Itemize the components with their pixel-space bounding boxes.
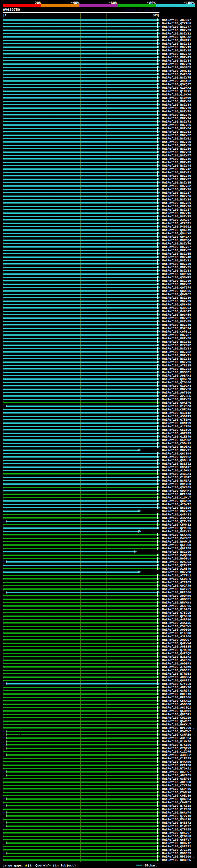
svg-text:UniRef100_Q4XWY4: UniRef100_Q4XWY4 [162,642,191,645]
svg-text:UniRef100_Q2S008: UniRef100_Q2S008 [162,615,191,618]
svg-text:UniRef100_C5DSF5: UniRef100_C5DSF5 [162,577,191,581]
svg-text:UniRef100_Q0UPM4: UniRef100_Q0UPM4 [162,489,191,493]
svg-text:UniRef100_D0BR25: UniRef100_D0BR25 [162,859,191,862]
svg-text:UniRef100_B9SSD1: UniRef100_B9SSD1 [162,371,191,374]
svg-text:UniRef100_B8ZV72: UniRef100_B8ZV72 [162,52,191,56]
svg-text:UniRef100_C0ZL09: UniRef100_C0ZL09 [162,716,191,720]
svg-text:UniRef100_C8NAB9: UniRef100_C8NAB9 [162,733,191,737]
svg-text:UniRef100_A4CGA4: UniRef100_A4CGA4 [162,472,191,476]
svg-text:UniRef100_C1UXL7: UniRef100_C1UXL7 [162,496,191,499]
svg-text:UniRef100_B8ZV69: UniRef100_B8ZV69 [162,279,191,283]
svg-text:UniRef100_B8ZV18: UniRef100_B8ZV18 [162,269,191,273]
svg-text:UniRef100_B7K8I8: UniRef100_B7K8I8 [162,804,191,808]
svg-text:UniRef100_C0WAD3: UniRef100_C0WAD3 [162,801,191,804]
svg-text:UniRef100_B9GN56: UniRef100_B9GN56 [162,313,191,316]
svg-text:UniRef100_Q9K7Q7: UniRef100_Q9K7Q7 [162,831,191,835]
svg-text:UniRef100_B8ZV33: UniRef100_B8ZV33 [162,42,191,45]
svg-text:UniRef100_B7R9B8: UniRef100_B7R9B8 [162,672,191,676]
svg-text:UniRef100_B8ZV76: UniRef100_B8ZV76 [162,113,191,117]
svg-text:UniRef100_B0Y7G0: UniRef100_B0Y7G0 [162,483,191,486]
svg-text:UniRef100_Q2RH96: UniRef100_Q2RH96 [162,527,191,530]
svg-text:UniRef100_Q39294: UniRef100_Q39294 [162,306,191,310]
svg-text:UniRef100_A8YF65: UniRef100_A8YF65 [162,774,191,777]
svg-text:UniRef100_B1WP77: UniRef100_B1WP77 [162,825,191,828]
svg-text:UniRef100_B8ZV31: UniRef100_B8ZV31 [162,259,191,262]
svg-text:UniRef100_B8ZV27: UniRef100_B8ZV27 [162,191,191,195]
svg-text:UniRef100_A5DRR9: UniRef100_A5DRR9 [162,415,191,418]
svg-text:=50char.: =50char. [143,864,158,868]
svg-text:~100%: ~100% [184,1,195,5]
svg-text:UniRef100_A6R9P3: UniRef100_A6R9P3 [162,432,191,435]
svg-text:UniRef100_B8ZV21: UniRef100_B8ZV21 [162,202,191,205]
svg-text:Large gaps:: Large gaps: [2,864,24,868]
svg-text:UniRef100_B8ZV17: UniRef100_B8ZV17 [162,208,191,212]
svg-text:UniRef100_A0BSS1: UniRef100_A0BSS1 [162,598,191,601]
svg-text:UniRef100_B8ZV29: UniRef100_B8ZV29 [162,63,191,66]
svg-text:UniRef100_B5X574: UniRef100_B5X574 [162,327,191,330]
svg-text:UniRef100_C1HBR2: UniRef100_C1HBR2 [162,476,191,479]
svg-text:UniRef100_Q75JD5: UniRef100_Q75JD5 [162,611,191,615]
svg-text:UniRef100_C3WNX0: UniRef100_C3WNX0 [162,791,191,794]
svg-text:UniRef100_B2VW22: UniRef100_B2VW22 [162,456,191,459]
svg-text:UniRef100_UPI000..: UniRef100_UPI000.. [162,493,195,496]
svg-text:UniRef100_C4Y751: UniRef100_C4Y751 [162,588,191,591]
svg-text:UniRef100_C5M4S2: UniRef100_C5M4S2 [162,523,191,527]
svg-text:UniRef100_B6GZ96: UniRef100_B6GZ96 [162,506,191,509]
svg-text:UniRef100_C1F3S9: UniRef100_C1F3S9 [162,757,191,760]
svg-text:UniRef100_Q753M0: UniRef100_Q753M0 [162,418,191,422]
svg-text:UniRef100_B8ZV87: UniRef100_B8ZV87 [162,334,191,337]
svg-text:UniRef100_Q6CBN4: UniRef100_Q6CBN4 [162,452,191,456]
svg-text:UniRef100_B8ZV19: UniRef100_B8ZV19 [162,45,191,49]
svg-text:UniRef100_B8ZV57: UniRef100_B8ZV57 [162,249,191,252]
svg-text:UniRef100_Q8REI2: UniRef100_Q8REI2 [162,845,191,848]
svg-text:UniRef100_Q7RQ70: UniRef100_Q7RQ70 [162,648,191,652]
svg-text:UniRef100_Q94LX9: UniRef100_Q94LX9 [162,228,191,232]
svg-text:UniRef100_A7TIU2: UniRef100_A7TIU2 [162,574,191,577]
svg-text:UniRef100_B7ZZR2: UniRef100_B7ZZR2 [162,344,191,347]
svg-text:UniRef100_B8ZV59: UniRef100_B8ZV59 [162,398,191,401]
svg-text:UniRef100_B8ZV22: UniRef100_B8ZV22 [162,32,191,35]
svg-text:UniRef100_A0DBP8: UniRef100_A0DBP8 [162,662,191,665]
svg-text:UniRef100_O43112: UniRef100_O43112 [162,411,191,415]
svg-text:UniRef100_B8ZV20: UniRef100_B8ZV20 [162,205,191,208]
svg-text:UniRef100_Q10NX0: UniRef100_Q10NX0 [162,93,191,96]
svg-text:UniRef100_A9T3G9: UniRef100_A9T3G9 [162,391,191,395]
svg-text:UniRef100_B8ZV46: UniRef100_B8ZV46 [162,157,191,161]
svg-text:UniRef100_B8ZV70: UniRef100_B8ZV70 [162,242,191,245]
svg-text:UniRef100_D0D023: UniRef100_D0D023 [162,852,191,855]
svg-text:UniRef100_B8ZV88: UniRef100_B8ZV88 [162,570,191,574]
svg-text:UniRef100_C0SIK7: UniRef100_C0SIK7 [162,466,191,469]
svg-text:UniRef100_B3L8H1: UniRef100_B3L8H1 [162,655,191,659]
svg-text:UniRef100_Q8IDR1: UniRef100_Q8IDR1 [162,713,191,716]
svg-text:AV639750: AV639750 [3,8,20,12]
svg-text:UniRef100_B8ZV82: UniRef100_B8ZV82 [162,350,191,354]
svg-text:UniRef100_P10963: UniRef100_P10963 [162,608,191,611]
svg-text:UniRef100_Q2RKS7: UniRef100_Q2RKS7 [162,564,191,567]
svg-text:UniRef100_B8FZX0: UniRef100_B8FZX0 [162,692,191,696]
svg-text:20%: 20% [34,1,41,5]
svg-text:UniRef100_A5K865: UniRef100_A5K865 [162,659,191,662]
svg-text:UniRef100_C5KHD2: UniRef100_C5KHD2 [162,699,191,703]
svg-text:UniRef100_Q5KQS7: UniRef100_Q5KQS7 [162,83,191,86]
svg-text:UniRef100_B8ZV51: UniRef100_B8ZV51 [162,340,191,344]
svg-text:UniRef100_Q8EP04: UniRef100_Q8EP04 [162,777,191,780]
svg-text:UniRef100_A2Z5S5: UniRef100_A2Z5S5 [162,395,191,398]
svg-text:UniRef100_C7XP50: UniRef100_C7XP50 [162,784,191,787]
svg-text:UniRef100_B8ZV79: UniRef100_B8ZV79 [162,106,191,110]
svg-text:UniRef100_B8ZV45: UniRef100_B8ZV45 [162,161,191,164]
svg-text:UniRef100_B9R6Q4: UniRef100_B9R6Q4 [162,239,191,242]
svg-text:UniRef100_Q56WR5: UniRef100_Q56WR5 [162,276,191,279]
svg-text:UniRef100_Q1E849: UniRef100_Q1E849 [162,435,191,438]
svg-text:UniRef100_Q6FRR0: UniRef100_Q6FRR0 [162,544,191,547]
svg-text:UniRef100_C5GTQ0: UniRef100_C5GTQ0 [162,428,191,432]
svg-text:UniRef100_B8ZV50: UniRef100_B8ZV50 [162,388,191,391]
svg-text:UniRef100_C7QRY9: UniRef100_C7QRY9 [162,747,191,750]
svg-text:UniRef100_UPI000..: UniRef100_UPI000.. [162,696,195,699]
svg-text:UniRef100_B9SSD5: UniRef100_B9SSD5 [162,66,191,69]
svg-text:UniRef100_B5VMN8: UniRef100_B5VMN8 [162,601,191,604]
svg-text:UniRef100_D0CVI2: UniRef100_D0CVI2 [162,841,191,845]
svg-text:UniRef100_B8ZV36: UniRef100_B8ZV36 [162,361,191,364]
svg-text:UniRef100_A8J0N7: UniRef100_A8J0N7 [162,19,191,22]
svg-text:UniRef100_A4AMK4: UniRef100_A4AMK4 [162,516,191,520]
svg-text:UniRef100_A7R835: UniRef100_A7R835 [162,364,191,367]
